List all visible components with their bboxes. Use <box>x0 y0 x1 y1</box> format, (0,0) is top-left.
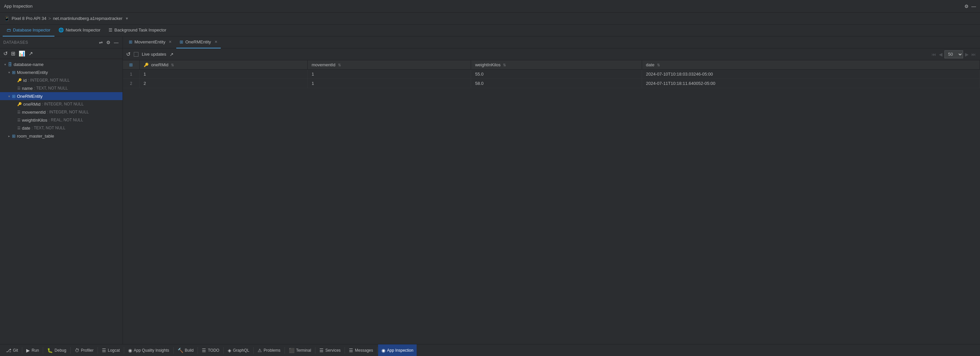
expand-icon-onerm: ▾ <box>6 94 11 98</box>
table-header-movementid[interactable]: movementId ⇅ <box>307 60 471 70</box>
live-updates-checkbox[interactable] <box>134 52 138 57</box>
cell-date: 2024-07-10T10:18:03.03246-05:00 <box>642 70 980 79</box>
bottom-tool-git[interactable]: ⎇ Git <box>3 344 21 356</box>
filter-icon[interactable]: ⇌ <box>98 39 103 46</box>
cell-weightinkilos: 58.0 <box>471 79 642 88</box>
title-bar-icons: ⚙ — <box>964 4 976 9</box>
table-view-icon[interactable]: ⊞ <box>10 50 16 57</box>
bottom-tool-messages[interactable]: ☰ Messages <box>345 344 377 356</box>
query-tab-movement-entity[interactable]: ⊞ MovementEntity ✕ <box>126 36 175 48</box>
col-icon-weight: ☰ <box>17 118 21 122</box>
tree-item-name[interactable]: ▸ ☰ name : TEXT, NOT NULL <box>0 84 123 92</box>
weightinkilos-label: weightInKilos <box>22 118 48 123</box>
table-header-rownum[interactable]: ⊞ <box>123 60 140 70</box>
next-page-icon[interactable]: ▶ <box>964 51 969 58</box>
bottom-tool-todo[interactable]: ☰ TODO <box>199 344 223 356</box>
bottom-tool-app-inspection[interactable]: ◉ App Inspection <box>378 344 417 356</box>
table-header-weightinkilos[interactable]: weightInKilos ⇅ <box>471 60 642 70</box>
date-type: : TEXT, NOT NULL <box>32 126 65 130</box>
query-tab-onerm-close[interactable]: ✕ <box>215 40 218 44</box>
cell-onermid: 2 <box>140 79 307 88</box>
table-header-onermid[interactable]: 🔑 oneRMid ⇅ <box>140 60 307 70</box>
tree-item-onerm-entity[interactable]: ▾ ⊞ OneRMEntity <box>0 92 123 100</box>
first-page-icon[interactable]: ⏮ <box>931 51 937 58</box>
tree-item-onermid[interactable]: ▸ 🔑 oneRMid : INTEGER, NOT NULL <box>0 100 123 108</box>
app-quality-label: App Quality Insights <box>134 348 169 353</box>
device-dropdown-icon[interactable]: ▾ <box>126 16 128 21</box>
tree-item-room-master[interactable]: ▸ ⊞ room_master_table <box>0 132 123 140</box>
tab-background-task-inspector[interactable]: ☰ Background Task Inspector <box>105 25 171 36</box>
col-label-onermid: oneRMid <box>151 62 168 67</box>
name-type: : TEXT, NOT NULL <box>34 86 68 90</box>
device-icon: 📱 <box>4 16 10 21</box>
schema-view-icon[interactable]: 📊 <box>18 50 26 57</box>
tab-network-inspector[interactable]: 🌐 Network Inspector <box>54 25 105 36</box>
tree-item-id[interactable]: ▸ 🔑 id : INTEGER, NOT NULL <box>0 76 123 84</box>
tab-database-inspector[interactable]: 🗃 Database Inspector <box>3 25 54 36</box>
bottom-tool-problems[interactable]: ⚠ Problems <box>254 344 284 356</box>
tree-item-database-name[interactable]: ▾ 🗄 database-name <box>0 60 123 68</box>
expand-icon-room: ▸ <box>6 134 11 138</box>
date-label: date <box>22 126 30 131</box>
bottom-tool-run[interactable]: ▶ Run <box>23 344 42 356</box>
tree-item-movementid[interactable]: ▸ ☰ movementId : INTEGER, NOT NULL <box>0 108 123 116</box>
tree-item-movement-entity[interactable]: ▾ ⊞ MovementEntity <box>0 68 123 76</box>
bottom-tool-profiler[interactable]: ⏱ Profiler <box>72 344 97 356</box>
bottom-separator-11 <box>315 347 315 354</box>
col-icon-movementid: ☰ <box>17 110 21 114</box>
query-tab-movement-close[interactable]: ✕ <box>169 40 172 44</box>
table-icon-room: ⊞ <box>12 134 16 139</box>
table-row[interactable]: 1 1 1 55.0 2024-07-10T10:18:03.03246-05:… <box>123 70 980 79</box>
settings-sidebar-icon[interactable]: ⚙ <box>105 39 111 46</box>
table-row[interactable]: 2 2 1 58.0 2024-07-11T10:18:11.640052-05… <box>123 79 980 88</box>
bottom-tool-services[interactable]: ☰ Services <box>316 344 344 356</box>
main-content: Databases ⇌ ⚙ — ↺ ⊞ 📊 ↗ ▾ 🗄 database-nam… <box>0 36 980 344</box>
tree-item-date[interactable]: ▸ ☰ date : TEXT, NOT NULL <box>0 124 123 132</box>
sort-icon-movementid: ⇅ <box>338 63 341 67</box>
col-label-movementid: movementId <box>312 62 336 67</box>
sidebar-header-title: Databases <box>3 40 28 45</box>
last-page-icon[interactable]: ⏭ <box>971 51 977 58</box>
settings-icon[interactable]: ⚙ <box>964 4 969 9</box>
sidebar-tree: ▾ 🗄 database-name ▾ ⊞ MovementEntity ▸ 🔑… <box>0 59 123 344</box>
table-header-date[interactable]: date ⇅ <box>642 60 980 70</box>
query-tabs: ⊞ MovementEntity ✕ ⊞ OneRMEntity ✕ <box>123 36 980 48</box>
profiler-icon: ⏱ <box>75 348 80 353</box>
bottom-separator-13 <box>377 347 377 354</box>
cell-movementid: 1 <box>307 79 471 88</box>
id-label: id <box>23 78 27 83</box>
collapse-sidebar-icon[interactable]: — <box>113 39 119 46</box>
movement-entity-label: MovementEntity <box>17 70 48 75</box>
tree-item-weightinkilos[interactable]: ▸ ☰ weightInKilos : REAL, NOT NULL <box>0 116 123 124</box>
page-size-select[interactable]: 20 50 100 <box>945 51 963 59</box>
bottom-tool-terminal[interactable]: ⬛ Terminal <box>285 344 314 356</box>
bottom-tool-debug[interactable]: 🐛 Debug <box>44 344 69 356</box>
device-arrow: > <box>48 16 51 21</box>
bottom-tool-app-quality[interactable]: ◉ App Quality Insights <box>125 344 173 356</box>
cell-onermid: 1 <box>140 70 307 79</box>
terminal-icon: ⬛ <box>289 348 294 353</box>
export-database-icon[interactable]: ↗ <box>28 50 33 57</box>
bottom-separator-12 <box>345 347 345 354</box>
background-inspector-icon: ☰ <box>108 27 113 32</box>
bottom-tool-build[interactable]: 🔨 Build <box>174 344 197 356</box>
bottom-tool-logcat[interactable]: ☰ Logcat <box>99 344 123 356</box>
inspector-tabs: 🗃 Database Inspector 🌐 Network Inspector… <box>0 25 980 36</box>
refresh-table-icon[interactable]: ↺ <box>126 51 130 57</box>
prev-page-icon[interactable]: ◀ <box>938 51 943 58</box>
table-icon-onerm: ⊞ <box>12 94 16 99</box>
sort-icon-date: ⇅ <box>657 63 660 67</box>
export-table-icon[interactable]: ↗ <box>170 52 173 57</box>
git-icon: ⎇ <box>6 348 11 353</box>
database-inspector-label: Database Inspector <box>13 27 51 32</box>
refresh-databases-icon[interactable]: ↺ <box>3 50 8 57</box>
app-inspection-icon: ◉ <box>382 348 385 353</box>
query-tab-onerm-entity[interactable]: ⊞ OneRMEntity ✕ <box>176 36 220 48</box>
debug-label: Debug <box>54 348 66 353</box>
minimize-icon[interactable]: — <box>971 4 976 9</box>
table-toolbar-right: ⏮ ◀ 20 50 100 ▶ ⏭ <box>931 51 977 59</box>
bottom-tool-graphql[interactable]: ◈ GraphQL <box>224 344 253 356</box>
database-name-label: database-name <box>14 62 43 67</box>
movementid-label: movementId <box>22 110 46 115</box>
query-tab-onerm-label: OneRMEntity <box>185 40 211 44</box>
